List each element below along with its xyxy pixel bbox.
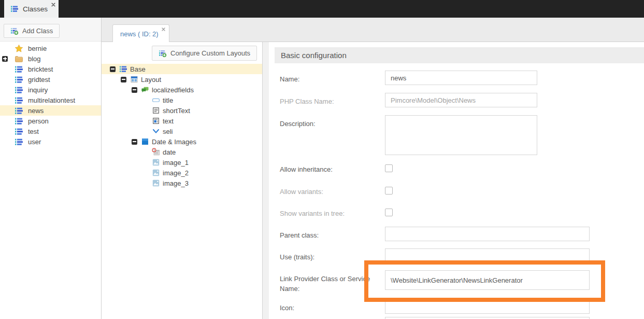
sidebar-item-gridtest[interactable]: gridtest [0,74,101,85]
textarea-icon [152,106,160,115]
sidebar-item-bernie[interactable]: bernie [0,43,101,53]
class-name-label: test [28,128,39,135]
tree-node-date[interactable]: date [102,147,262,157]
tree-node-shorttext[interactable]: shortText [102,105,262,116]
expander-slot [132,87,141,93]
field-label-php-class-name: PHP Class Name: [280,96,381,106]
php-class-name-input[interactable] [385,93,537,107]
class-icon [15,106,23,115]
panel-splitter[interactable] [263,42,269,319]
sidebar-item-blog[interactable]: blog [0,53,101,64]
class-structure-panel: Configure Custom Layouts BaseLayoutlocal… [102,42,263,319]
tree-node-base[interactable]: Base [102,64,262,74]
minus-expander-icon[interactable] [132,139,137,145]
panel-icon [141,137,149,146]
link-provider-class-or-service-name-input[interactable] [385,270,590,290]
field-label-use-traits: Use (traits): [280,252,381,262]
field-label-description: Description: [280,119,381,129]
date-icon [152,148,160,156]
add-class-icon [10,27,19,35]
add-class-button[interactable]: Add Class [4,24,60,38]
classes-sidebar: Add Class bernieblogbricktestgridtestinq… [0,18,102,319]
tree-node-label: image_3 [163,179,189,187]
tree-node-label: image_1 [163,159,189,167]
image-icon [152,169,160,177]
sidebar-item-user[interactable]: user [0,136,101,147]
field-label-name: Name: [280,74,381,84]
tree-node-label: date [163,148,176,156]
class-name-label: news [28,107,44,115]
class-list: bernieblogbricktestgridtestinquirymultir… [0,43,101,147]
class-icon [15,137,23,146]
allow-inheritance-checkbox[interactable] [385,164,393,172]
sidebar-item-multirelationtest[interactable]: multirelationtest [0,95,101,105]
tree-node-layout[interactable]: Layout [102,74,262,85]
minus-expander-icon[interactable] [132,87,137,93]
field-label-parent-class: Parent class: [280,230,381,240]
tree-node-image-1[interactable]: image_1 [102,157,262,168]
tree-node-label: title [163,96,173,104]
sidebar-item-person[interactable]: person [0,116,101,126]
tree-node-text[interactable]: text [102,116,262,126]
sidebar-item-test[interactable]: test [0,126,101,136]
field-label-icon: Icon: [280,303,381,313]
description-textarea[interactable] [385,115,537,155]
class-icon [15,75,23,84]
tree-node-label: seli [163,128,173,135]
sidebar-item-news[interactable]: news [0,105,101,116]
configure-custom-layouts-button[interactable]: Configure Custom Layouts [152,46,257,61]
class-name-label: multirelationtest [28,96,75,104]
class-name-label: person [28,117,49,125]
expander-slot [132,139,141,145]
name-input[interactable] [385,71,537,85]
wysiwyg-icon [152,117,160,125]
expander-slot [2,56,15,62]
tree-node-seli[interactable]: seli [102,126,262,136]
sidebar-item-bricktest[interactable]: bricktest [0,64,101,74]
tree-node-label: Base [130,65,146,73]
tree-node-localizedfields[interactable]: localizedfields [102,85,262,95]
class-name-label: inquiry [28,86,48,94]
show-variants-in-tree-checkbox[interactable] [385,209,393,216]
tab-news-id-2[interactable]: news ( ID: 2) [112,24,169,43]
sidebar-toolbar: Add Class [0,18,101,41]
field-label-allow-variants: Allow variants: [280,187,381,197]
class-icon [10,5,19,13]
close-icon[interactable] [51,2,56,7]
field-label-show-variants-in-tree: Show variants in tree: [280,209,381,218]
minus-expander-icon[interactable] [110,66,116,72]
class-icon [15,86,23,94]
image-icon [152,158,160,167]
minus-expander-icon[interactable] [121,77,126,82]
use-traits-input[interactable] [385,248,590,263]
tree-node-label: localizedfields [152,86,194,94]
tree-node-date-images[interactable]: Date & Images [102,136,262,147]
add-layout-icon [159,49,167,58]
tree-node-title[interactable]: title [102,95,262,105]
icon-input[interactable] [385,299,590,314]
basic-configuration-panel: Basic configuration Name:PHP Class Name:… [269,42,644,319]
plus-expander-icon[interactable] [2,56,8,62]
allow-variants-checkbox[interactable] [385,187,393,195]
tree-node-image-2[interactable]: image_2 [102,168,262,178]
parent-class-input[interactable] [385,227,590,241]
tree-node-image-3[interactable]: image_3 [102,178,262,188]
image-icon [152,179,160,187]
class-name-label: bernie [28,45,47,52]
class-name-label: bricktest [28,65,53,73]
top-window-bar: Classes [0,0,644,18]
classes-tab-label: Classes [23,5,48,13]
folder-icon [15,54,23,63]
class-name-label: blog [28,55,41,63]
sidebar-item-inquiry[interactable]: inquiry [0,85,101,95]
classes-window-tab[interactable]: Classes [4,0,59,18]
configure-custom-layouts-label: Configure Custom Layouts [170,49,250,57]
add-class-label: Add Class [22,27,53,35]
tree-node-label: shortText [163,107,190,115]
next-field-input-partial [385,317,590,319]
panel-title: Basic configuration [275,47,644,63]
class-icon [15,127,23,136]
layout-panel-icon [130,75,138,84]
expander-slot [110,66,119,72]
close-icon[interactable] [161,27,166,32]
